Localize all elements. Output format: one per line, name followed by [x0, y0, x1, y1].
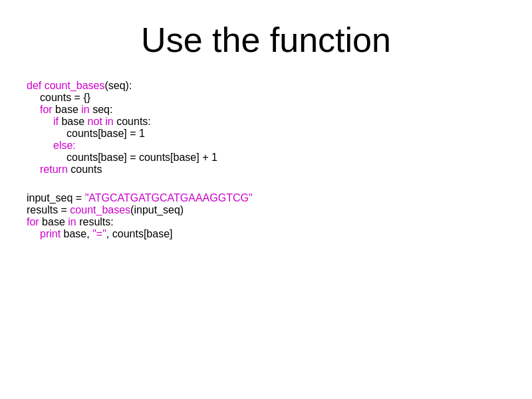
code-text: seq:: [90, 104, 113, 115]
string-eq: "=": [92, 228, 106, 239]
keyword-else: else:: [53, 140, 76, 151]
code-line-6: else:: [27, 140, 505, 152]
code-text: input_seq =: [27, 192, 85, 203]
code-text: , counts[base]: [106, 228, 173, 239]
code-line-8: return counts: [27, 164, 505, 176]
code-line-7: counts[base] = counts[base] + 1: [27, 152, 505, 164]
code-block-1: def count_bases(seq): counts = {} for ba…: [27, 80, 505, 176]
code-text: results:: [76, 216, 114, 227]
func-call: count_bases: [70, 204, 130, 215]
code-line-4: if base not in counts:: [27, 116, 505, 128]
keyword-in3: in: [68, 216, 76, 227]
keyword-not: not: [88, 116, 102, 127]
code-text: counts: [68, 164, 102, 175]
keyword-for: for: [40, 104, 53, 115]
keyword-def: def: [27, 80, 41, 91]
string-val: "ATGCATGATGCATGAAAGGTCG": [85, 192, 253, 203]
code-block-2: input_seq = "ATGCATGATGCATGAAAGGTCG" res…: [27, 192, 505, 240]
code-line-12: print base, "=", counts[base]: [27, 228, 505, 240]
func-name: count_bases: [45, 80, 105, 91]
keyword-in: in: [81, 104, 89, 115]
code-text: counts[base] = 1: [66, 128, 145, 139]
code-line-2: counts = {}: [27, 92, 505, 104]
slide-title: Use the function: [27, 20, 505, 60]
code-text: base,: [61, 228, 92, 239]
code-text: counts:: [114, 116, 151, 127]
code-line-1: def count_bases(seq):: [27, 80, 505, 92]
slide-container: Use the function def count_bases(seq): c…: [0, 0, 532, 399]
code-text: base: [53, 104, 82, 115]
code-text: base: [39, 216, 68, 227]
keyword-for2: for: [27, 216, 39, 227]
code-text: counts = {}: [40, 92, 90, 103]
code-text: results =: [27, 204, 70, 215]
code-line-5: counts[base] = 1: [27, 128, 505, 140]
code-line-11: for base in results:: [27, 216, 505, 228]
keyword-in2: in: [105, 116, 113, 127]
code-text: counts[base] = counts[base] + 1: [66, 152, 217, 163]
code-text: base: [59, 116, 88, 127]
code-line-10: results = count_bases(input_seq): [27, 204, 505, 216]
keyword-print: print: [40, 228, 61, 239]
keyword-if: if: [53, 116, 59, 127]
code-text2: (input_seq): [130, 204, 184, 215]
code-line-9: input_seq = "ATGCATGATGCATGAAAGGTCG": [27, 192, 505, 204]
keyword-return: return: [40, 164, 68, 175]
code-text: (seq):: [104, 80, 132, 91]
code-line-3: for base in seq:: [27, 104, 505, 116]
